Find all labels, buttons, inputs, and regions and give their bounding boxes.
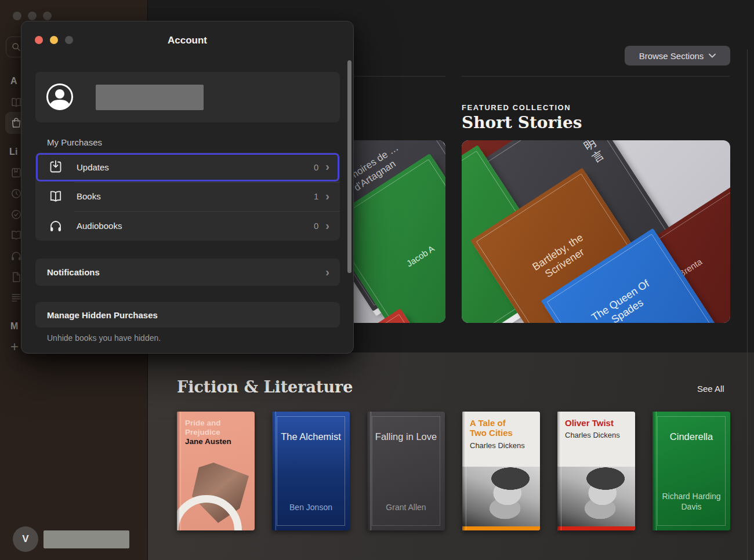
notifications-label: Notifications (47, 267, 100, 277)
sidebar-section-a: A (10, 76, 17, 86)
dickens-portrait (557, 467, 635, 526)
open-book-icon (48, 189, 63, 204)
search-icon (12, 42, 21, 52)
dialog-title: Account (21, 35, 353, 46)
profile-initial: V (22, 533, 28, 545)
zoom-window-icon[interactable] (43, 12, 52, 20)
cover-author: Charles Dickens (565, 431, 629, 439)
books-label: Books (77, 191, 101, 201)
audiobooks-row[interactable]: Audiobooks 0 › (35, 211, 340, 241)
manage-hidden-caption: Unhide books you have hidden. (47, 333, 161, 343)
book-cover-tale-of-two-cities[interactable]: A Tale of Two Cities Charles Dickens (462, 412, 540, 530)
book-cover-oliver-twist[interactable]: Oliver Twist Charles Dickens (557, 412, 635, 530)
shelf-title: Fiction & Literature (177, 378, 353, 396)
manage-hidden-label: Manage Hidden Purchases (47, 310, 158, 320)
cover-title: A Tale of Two Cities (470, 418, 522, 438)
book-cover-the-alchemist[interactable]: The Alchemist Ben Jonson (272, 412, 350, 530)
my-purchases-label: My Purchases (47, 137, 102, 147)
download-tray-icon (48, 159, 63, 174)
purchases-group: Updates 0 › Books 1 › (35, 152, 340, 241)
book-cover-falling-in-love[interactable]: Falling in Love Grant Allen (367, 412, 445, 530)
window-controls-dimmed (13, 12, 52, 20)
headphones-icon (48, 219, 63, 234)
books-count: 1 (314, 191, 318, 201)
cover-title: Cinderella (670, 431, 713, 442)
featured-card-short-stories[interactable]: Washington Irving 喻世明言 馮夢龍 rd du Bartleb… (462, 140, 730, 323)
books-app-window: A Li (0, 0, 754, 560)
cover-author: Richard Harding Davis (659, 492, 723, 512)
updates-row[interactable]: Updates 0 › (35, 152, 340, 182)
browse-sections-label: Browse Sections (639, 51, 704, 61)
notifications-row[interactable]: Notifications › (35, 259, 340, 286)
accent-bar (462, 526, 540, 530)
cover-title: Oliver Twist (565, 418, 629, 428)
column-divider (462, 76, 730, 77)
audiobooks-label: Audiobooks (77, 221, 122, 231)
chevron-right-icon: › (325, 190, 329, 202)
account-identity-card[interactable] (35, 72, 340, 122)
book-cover-pride-and-prejudice[interactable]: Pride and Prejudice Jane Austen (177, 412, 255, 530)
cover-title: Falling in Love (375, 431, 437, 442)
add-collection-button[interactable]: + (10, 339, 19, 355)
see-all-link[interactable]: See All (697, 384, 724, 394)
chevron-right-icon: › (325, 220, 329, 231)
accent-bar (557, 526, 635, 530)
minimize-window-icon[interactable] (28, 12, 37, 20)
sidebar-section-li: Li (9, 147, 18, 157)
books-row[interactable]: Books 1 › (35, 182, 340, 212)
chevron-right-icon: › (325, 161, 329, 172)
fiction-literature-section: Fiction & Literature See All Pride and P… (148, 352, 754, 560)
updates-label: Updates (77, 162, 109, 172)
book-cover-cinderella[interactable]: Cinderella Richard Harding Davis (652, 412, 730, 530)
dialog-scrollbar[interactable] (347, 60, 351, 273)
chevron-right-icon: › (325, 266, 329, 278)
cover-author: Grant Allen (386, 503, 426, 512)
dickens-portrait (462, 467, 540, 526)
account-name-redacted (96, 85, 204, 110)
cover-title: The Alchemist (281, 431, 341, 442)
sidebar-section-m: M (10, 321, 19, 332)
featured-title: Short Stories (462, 113, 582, 132)
profile-avatar[interactable]: V (13, 526, 38, 552)
audiobooks-count: 0 (314, 221, 318, 231)
chevron-down-icon (709, 53, 716, 58)
person-avatar-icon (46, 83, 74, 111)
profile-name-redacted (44, 530, 129, 548)
close-window-icon[interactable] (13, 12, 21, 20)
browse-sections-button[interactable]: Browse Sections (625, 46, 730, 66)
cover-title: Pride and Prejudice (185, 419, 248, 437)
cover-author: Charles Dickens (470, 441, 534, 450)
cover-author: Jane Austen (185, 437, 248, 446)
featured-eyebrow: FEATURED COLLECTION (462, 103, 571, 112)
account-dialog: Account My Purchases Upda (21, 21, 354, 354)
scroll-gutter-line (747, 49, 748, 560)
cover-author: Ben Jonson (289, 503, 332, 512)
updates-count: 0 (314, 162, 318, 172)
manage-hidden-purchases-button[interactable]: Manage Hidden Purchases (35, 302, 340, 328)
